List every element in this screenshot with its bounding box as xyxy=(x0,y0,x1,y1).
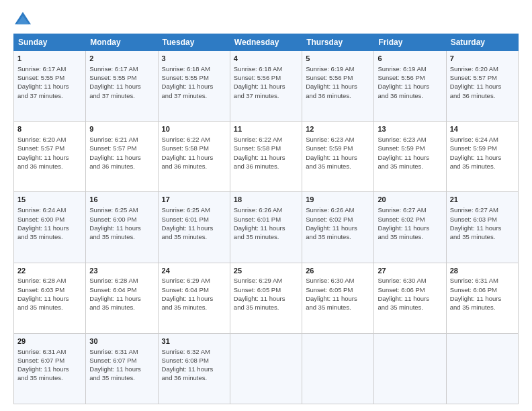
day-number: 17 xyxy=(162,195,226,205)
day-number: 8 xyxy=(17,124,82,134)
day-cell-13: 13Sunrise: 6:23 AMSunset: 5:59 PMDayligh… xyxy=(374,122,446,192)
day-detail: Sunrise: 6:31 AMSunset: 6:07 PMDaylight:… xyxy=(17,347,82,383)
day-number: 13 xyxy=(378,124,442,134)
day-detail: Sunrise: 6:23 AMSunset: 5:59 PMDaylight:… xyxy=(306,135,370,171)
day-cell-10: 10Sunrise: 6:22 AMSunset: 5:58 PMDayligh… xyxy=(158,122,230,192)
day-cell-11: 11Sunrise: 6:22 AMSunset: 5:58 PMDayligh… xyxy=(230,122,302,192)
day-cell-19: 19Sunrise: 6:26 AMSunset: 6:02 PMDayligh… xyxy=(302,192,374,263)
day-number: 30 xyxy=(89,336,154,347)
day-cell-14: 14Sunrise: 6:24 AMSunset: 5:59 PMDayligh… xyxy=(446,122,518,192)
day-cell-18: 18Sunrise: 6:26 AMSunset: 6:01 PMDayligh… xyxy=(230,192,302,263)
day-detail: Sunrise: 6:31 AMSunset: 6:06 PMDaylight:… xyxy=(450,276,515,312)
day-cell-7: 7Sunrise: 6:20 AMSunset: 5:57 PMDaylight… xyxy=(446,51,518,122)
day-number: 14 xyxy=(450,124,515,134)
day-detail: Sunrise: 6:28 AMSunset: 6:03 PMDaylight:… xyxy=(17,276,82,312)
day-number: 16 xyxy=(89,195,154,205)
day-number: 10 xyxy=(162,124,226,134)
day-detail: Sunrise: 6:17 AMSunset: 5:55 PMDaylight:… xyxy=(17,64,82,100)
day-cell-6: 6Sunrise: 6:19 AMSunset: 5:56 PMDaylight… xyxy=(374,51,446,122)
day-cell-4: 4Sunrise: 6:18 AMSunset: 5:56 PMDaylight… xyxy=(230,51,302,122)
day-number: 5 xyxy=(306,54,370,64)
day-cell-15: 15Sunrise: 6:24 AMSunset: 6:00 PMDayligh… xyxy=(14,192,86,263)
header xyxy=(13,11,519,27)
day-detail: Sunrise: 6:21 AMSunset: 5:57 PMDaylight:… xyxy=(89,135,154,171)
day-detail: Sunrise: 6:22 AMSunset: 5:58 PMDaylight:… xyxy=(234,135,298,171)
day-number: 6 xyxy=(378,54,442,64)
week-row-1: 1Sunrise: 6:17 AMSunset: 5:55 PMDaylight… xyxy=(14,51,519,122)
day-detail: Sunrise: 6:24 AMSunset: 6:00 PMDaylight:… xyxy=(17,205,82,241)
weekday-header-wednesday: Wednesday xyxy=(230,34,302,51)
day-detail: Sunrise: 6:19 AMSunset: 5:56 PMDaylight:… xyxy=(306,64,370,100)
weekday-header-sunday: Sunday xyxy=(14,34,86,51)
day-detail: Sunrise: 6:25 AMSunset: 6:00 PMDaylight:… xyxy=(89,205,154,241)
day-number: 12 xyxy=(306,124,370,134)
day-detail: Sunrise: 6:26 AMSunset: 6:02 PMDaylight:… xyxy=(306,205,370,241)
week-row-5: 29Sunrise: 6:31 AMSunset: 6:07 PMDayligh… xyxy=(14,333,519,404)
day-detail: Sunrise: 6:29 AMSunset: 6:04 PMDaylight:… xyxy=(162,276,226,312)
day-detail: Sunrise: 6:17 AMSunset: 5:55 PMDaylight:… xyxy=(89,64,154,100)
day-cell-12: 12Sunrise: 6:23 AMSunset: 5:59 PMDayligh… xyxy=(302,122,374,192)
day-detail: Sunrise: 6:26 AMSunset: 6:01 PMDaylight:… xyxy=(234,205,298,241)
week-row-3: 15Sunrise: 6:24 AMSunset: 6:00 PMDayligh… xyxy=(14,192,519,263)
day-detail: Sunrise: 6:18 AMSunset: 5:56 PMDaylight:… xyxy=(234,64,298,100)
day-cell-29: 29Sunrise: 6:31 AMSunset: 6:07 PMDayligh… xyxy=(14,333,86,404)
day-cell-3: 3Sunrise: 6:18 AMSunset: 5:55 PMDaylight… xyxy=(158,51,230,122)
day-number: 11 xyxy=(234,124,298,134)
day-number: 15 xyxy=(17,195,82,205)
day-number: 20 xyxy=(378,195,442,205)
day-detail: Sunrise: 6:28 AMSunset: 6:04 PMDaylight:… xyxy=(89,276,154,312)
day-cell-25: 25Sunrise: 6:29 AMSunset: 6:05 PMDayligh… xyxy=(230,263,302,333)
day-number: 26 xyxy=(306,266,370,276)
day-number: 4 xyxy=(234,54,298,64)
day-detail: Sunrise: 6:23 AMSunset: 5:59 PMDaylight:… xyxy=(378,135,442,171)
day-detail: Sunrise: 6:27 AMSunset: 6:03 PMDaylight:… xyxy=(450,205,515,241)
day-cell-26: 26Sunrise: 6:30 AMSunset: 6:05 PMDayligh… xyxy=(302,263,374,333)
day-number: 28 xyxy=(450,266,515,276)
day-number: 2 xyxy=(89,54,154,64)
day-number: 18 xyxy=(234,195,298,205)
day-number: 23 xyxy=(89,266,154,276)
logo xyxy=(13,11,35,27)
day-detail: Sunrise: 6:29 AMSunset: 6:05 PMDaylight:… xyxy=(234,276,298,312)
day-number: 31 xyxy=(162,336,226,347)
weekday-header-saturday: Saturday xyxy=(446,34,518,51)
day-cell-9: 9Sunrise: 6:21 AMSunset: 5:57 PMDaylight… xyxy=(86,122,158,192)
weekday-header-friday: Friday xyxy=(374,34,446,51)
day-cell-20: 20Sunrise: 6:27 AMSunset: 6:02 PMDayligh… xyxy=(374,192,446,263)
day-cell-16: 16Sunrise: 6:25 AMSunset: 6:00 PMDayligh… xyxy=(86,192,158,263)
day-cell-5: 5Sunrise: 6:19 AMSunset: 5:56 PMDaylight… xyxy=(302,51,374,122)
day-detail: Sunrise: 6:20 AMSunset: 5:57 PMDaylight:… xyxy=(17,135,82,171)
day-cell-2: 2Sunrise: 6:17 AMSunset: 5:55 PMDaylight… xyxy=(86,51,158,122)
weekday-header-monday: Monday xyxy=(86,34,158,51)
day-cell-28: 28Sunrise: 6:31 AMSunset: 6:06 PMDayligh… xyxy=(446,263,518,333)
day-number: 27 xyxy=(378,266,442,276)
day-detail: Sunrise: 6:24 AMSunset: 5:59 PMDaylight:… xyxy=(450,135,515,171)
calendar-table: SundayMondayTuesdayWednesdayThursdayFrid… xyxy=(13,34,519,404)
empty-cell xyxy=(230,333,302,404)
day-detail: Sunrise: 6:30 AMSunset: 6:05 PMDaylight:… xyxy=(306,276,370,312)
day-number: 24 xyxy=(162,266,226,276)
empty-cell xyxy=(302,333,374,404)
day-detail: Sunrise: 6:27 AMSunset: 6:02 PMDaylight:… xyxy=(378,205,442,241)
day-detail: Sunrise: 6:31 AMSunset: 6:07 PMDaylight:… xyxy=(89,347,154,383)
day-cell-21: 21Sunrise: 6:27 AMSunset: 6:03 PMDayligh… xyxy=(446,192,518,263)
weekday-header-tuesday: Tuesday xyxy=(158,34,230,51)
weekday-header-thursday: Thursday xyxy=(302,34,374,51)
day-detail: Sunrise: 6:22 AMSunset: 5:58 PMDaylight:… xyxy=(162,135,226,171)
day-cell-23: 23Sunrise: 6:28 AMSunset: 6:04 PMDayligh… xyxy=(86,263,158,333)
logo-icon xyxy=(13,11,32,27)
week-row-2: 8Sunrise: 6:20 AMSunset: 5:57 PMDaylight… xyxy=(14,122,519,192)
day-number: 9 xyxy=(89,124,154,134)
day-number: 25 xyxy=(234,266,298,276)
day-number: 1 xyxy=(17,54,82,64)
day-cell-1: 1Sunrise: 6:17 AMSunset: 5:55 PMDaylight… xyxy=(14,51,86,122)
week-row-4: 22Sunrise: 6:28 AMSunset: 6:03 PMDayligh… xyxy=(14,263,519,333)
day-detail: Sunrise: 6:19 AMSunset: 5:56 PMDaylight:… xyxy=(378,64,442,100)
page: SundayMondayTuesdayWednesdayThursdayFrid… xyxy=(0,0,532,411)
day-number: 29 xyxy=(17,336,82,347)
day-cell-27: 27Sunrise: 6:30 AMSunset: 6:06 PMDayligh… xyxy=(374,263,446,333)
empty-cell xyxy=(374,333,446,404)
day-number: 7 xyxy=(450,54,515,64)
day-cell-22: 22Sunrise: 6:28 AMSunset: 6:03 PMDayligh… xyxy=(14,263,86,333)
day-number: 19 xyxy=(306,195,370,205)
